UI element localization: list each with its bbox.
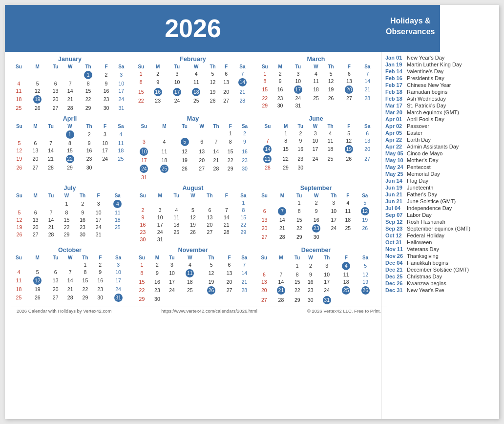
holiday-name: Halloween xyxy=(407,239,432,245)
holiday-row: May 05Cinco de Mayo xyxy=(385,150,495,156)
holiday-row: Jul 04Independence Day xyxy=(385,205,495,211)
holiday-name: New Year's Day xyxy=(407,55,444,61)
holiday-row: Feb 18Ash Wednesday xyxy=(385,96,495,102)
holiday-row: Sep 07Labor Day xyxy=(385,212,495,218)
holiday-name: Earth Day xyxy=(407,137,431,143)
holiday-name: New Year's Eve xyxy=(407,287,444,293)
sidebar: Jan 01New Year's DayJan 19Martin Luther … xyxy=(381,52,499,419)
holiday-date: Feb 17 xyxy=(385,82,407,88)
holidays-list: Jan 01New Year's DayJan 19Martin Luther … xyxy=(381,52,499,419)
holiday-row: May 25Memorial Day xyxy=(385,171,495,177)
holiday-name: Admin Assistants Day xyxy=(407,144,459,149)
holiday-name: Father's Day xyxy=(407,191,437,197)
holiday-row: Jun 21June Solstice (GMT) xyxy=(385,198,495,204)
holiday-row: Feb 17Chinese New Year xyxy=(385,82,495,88)
holiday-date: Jun 14 xyxy=(385,178,407,184)
holiday-name: Passover xyxy=(407,123,429,129)
holiday-row: Nov 11Veterans Day xyxy=(385,246,495,252)
holiday-name: April Fool's Day xyxy=(407,116,444,122)
holiday-name: Labor Day xyxy=(407,212,432,218)
month-june: June SuMTuWThFSa 123456 78910111213 1415… xyxy=(257,115,375,181)
holiday-date: Apr 02 xyxy=(385,123,407,129)
holiday-date: Feb 14 xyxy=(385,68,407,74)
holiday-row: Jan 19Martin Luther King Day xyxy=(385,62,495,67)
month-title-august: August xyxy=(134,185,252,191)
holiday-date: May 10 xyxy=(385,157,407,163)
holiday-date: May 24 xyxy=(385,164,407,170)
sidebar-title: Holidays &Observances xyxy=(381,5,440,52)
holiday-row: Jun 14Flag Day xyxy=(385,178,495,184)
holiday-name: Independence Day xyxy=(407,205,452,211)
holiday-date: Jan 01 xyxy=(385,55,407,61)
holiday-name: June Solstice (GMT) xyxy=(407,198,456,204)
holiday-date: Apr 05 xyxy=(385,130,407,136)
holiday-row: Jun 21Father's Day xyxy=(385,191,495,197)
holiday-date: Sep 23 xyxy=(385,226,407,232)
holiday-date: Nov 11 xyxy=(385,246,407,252)
holiday-date: Dec 26 xyxy=(385,280,407,286)
holiday-name: St. Patrick's Day xyxy=(407,103,446,108)
holiday-date: Mar 17 xyxy=(385,103,407,108)
holiday-row: Feb 18Ramadan begins xyxy=(385,89,495,95)
holiday-date: Feb 16 xyxy=(385,75,407,81)
month-april: April SuMTuWThFSa 1234 567891011 1213141… xyxy=(11,115,129,181)
footer-right: © 2026 Vertex42 LLC. Free to Print. xyxy=(307,308,381,314)
calendar-area: January SuMTuWThFSa 123 45678910 1112131… xyxy=(5,52,381,419)
month-november: November SuMTuWThFSa 1234567 89101112131… xyxy=(134,247,252,305)
month-september: September SuMTuWThFSa 12345 6789101112 1… xyxy=(257,185,375,243)
holiday-name: Flag Day xyxy=(407,178,428,184)
month-march: March SuMTuWThFSa 1234567 891011121314 1… xyxy=(257,56,375,111)
holiday-name: December Solstice (GMT) xyxy=(407,267,469,273)
month-january: January SuMTuWThFSa 123 45678910 1112131… xyxy=(11,56,129,111)
month-title-october: October xyxy=(11,247,129,254)
holiday-name: Memorial Day xyxy=(407,171,440,177)
holiday-row: Apr 02Passover xyxy=(385,123,495,129)
holiday-row: Apr 22Admin Assistants Day xyxy=(385,144,495,149)
holiday-date: Nov 26 xyxy=(385,253,407,259)
holiday-row: Mar 20March equinox (GMT) xyxy=(385,109,495,115)
holiday-name: Kwanzaa begins xyxy=(407,280,446,286)
holiday-row: Sep 23September equinox (GMT) xyxy=(385,226,495,232)
month-may: May SuMTuWThFSa 12 3456789 1011121314151… xyxy=(134,115,252,181)
holiday-date: Sep 07 xyxy=(385,212,407,218)
holiday-name: Ramadan begins xyxy=(407,89,447,95)
month-title-march: March xyxy=(257,56,375,63)
month-title-january: January xyxy=(11,56,129,63)
holiday-row: Oct 31Halloween xyxy=(385,239,495,245)
holiday-row: Dec 04Hanukkah begins xyxy=(385,260,495,266)
holiday-name: Rosh Hashanah xyxy=(407,219,445,225)
holiday-name: March equinox (GMT) xyxy=(407,109,459,115)
month-title-february: February xyxy=(134,56,252,63)
holiday-date: Dec 31 xyxy=(385,287,407,293)
holiday-row: Feb 16President's Day xyxy=(385,75,495,81)
month-title-december: December xyxy=(257,247,375,254)
holiday-name: Martin Luther King Day xyxy=(407,62,462,67)
holiday-name: Veterans Day xyxy=(407,246,439,252)
holiday-row: Apr 22Earth Day xyxy=(385,137,495,143)
holiday-row: Nov 26Thanksgiving xyxy=(385,253,495,259)
holiday-name: Christmas Day xyxy=(407,274,442,279)
holiday-row: Dec 26Kwanzaa begins xyxy=(385,280,495,286)
holiday-date: Jun 21 xyxy=(385,191,407,197)
holiday-date: Jan 19 xyxy=(385,62,407,67)
holiday-row: Mar 17St. Patrick's Day xyxy=(385,103,495,108)
holiday-date: Apr 01 xyxy=(385,116,407,122)
holiday-row: Sep 12Rosh Hashanah xyxy=(385,219,495,225)
holiday-date: Feb 18 xyxy=(385,89,407,95)
holiday-row: Feb 14Valentine's Day xyxy=(385,68,495,74)
holiday-name: Cinco de Mayo xyxy=(407,150,442,156)
holiday-row: Jan 01New Year's Day xyxy=(385,55,495,61)
month-july: July SuMTuWThFSa 1234 567891011 12131415… xyxy=(11,185,129,243)
month-title-july: July xyxy=(11,185,129,191)
month-title-april: April xyxy=(11,115,129,122)
footer-center: https://www.vertex42.com/calendars/2026.… xyxy=(161,308,257,314)
holiday-name: Mother's Day xyxy=(407,157,438,163)
month-december: December SuMTuWThFSa 12345 6789101112 13… xyxy=(257,247,375,305)
footer: 2026 Calendar with Holidays by Vertex42.… xyxy=(11,306,387,316)
holiday-date: Feb 18 xyxy=(385,96,407,102)
holiday-name: Chinese New Year xyxy=(407,82,451,88)
holiday-row: Apr 05Easter xyxy=(385,130,495,136)
holiday-date: Dec 25 xyxy=(385,274,407,279)
month-title-may: May xyxy=(134,115,252,122)
holiday-date: Jun 21 xyxy=(385,198,407,204)
